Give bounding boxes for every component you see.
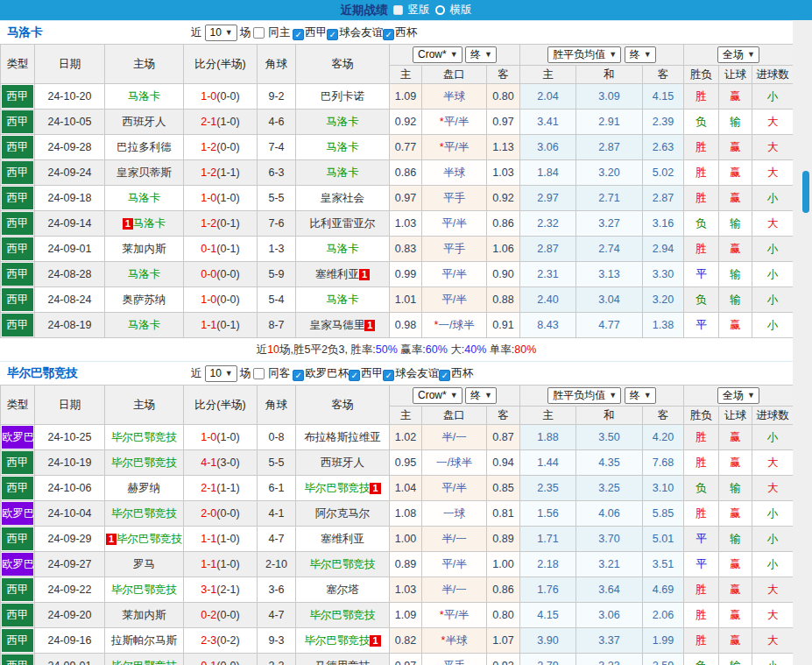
away-team[interactable]: 马洛卡 (296, 110, 390, 135)
home-team-name[interactable]: 皇家贝蒂斯 (117, 166, 172, 179)
home-team[interactable]: 马洛卡 (105, 84, 184, 110)
away-team[interactable]: 塞尔塔 (296, 577, 390, 603)
avg-time-select[interactable]: 终▼ (625, 46, 656, 63)
home-team-name[interactable]: 罗马 (133, 558, 155, 570)
away-team-name[interactable]: 阿尔克马尔 (315, 507, 371, 520)
away-team-name[interactable]: 布拉格斯拉维亚 (304, 431, 381, 443)
away-team-name[interactable]: 皇家社会 (321, 192, 364, 204)
home-team-name[interactable]: 马洛卡 (128, 192, 161, 204)
away-team-name[interactable]: 西班牙人 (321, 456, 364, 469)
avg-select[interactable]: 胜平负均值▼ (547, 46, 621, 63)
avg-select[interactable]: 胜平负均值▼ (547, 387, 621, 404)
away-team-name[interactable]: 皇家马德里 (310, 319, 365, 331)
odds-time-select[interactable]: 终▼ (465, 46, 497, 63)
league-checkbox[interactable]: ✓ (293, 370, 304, 381)
home-team[interactable]: 毕尔巴鄂竞技 (105, 450, 184, 476)
home-team[interactable]: 莱加内斯 (105, 603, 184, 628)
league-checkbox[interactable]: ✓ (349, 370, 360, 381)
away-team-name[interactable]: 塞维利亚 (315, 268, 359, 280)
home-team[interactable]: 巴拉多利德 (105, 135, 184, 160)
away-team[interactable]: 马洛卡 (296, 160, 390, 186)
home-team[interactable]: 奥萨苏纳 (105, 287, 184, 313)
away-team[interactable]: 毕尔巴鄂竞技 (296, 603, 390, 628)
league-checkbox[interactable]: ✓ (383, 370, 394, 381)
league-checkbox[interactable]: ✓ (383, 29, 394, 40)
away-team-name[interactable]: 马洛卡 (326, 166, 359, 179)
match-count-select[interactable]: 10▼ (205, 365, 237, 382)
away-team-name[interactable]: 塞尔塔 (326, 584, 359, 596)
away-team[interactable]: 布拉格斯拉维亚 (296, 425, 390, 450)
home-team[interactable]: 毕尔巴鄂竞技 (105, 425, 184, 450)
away-team-name[interactable]: 毕尔巴鄂竞技 (304, 482, 370, 494)
home-team-name[interactable]: 毕尔巴鄂竞技 (111, 456, 177, 469)
away-team[interactable]: 马洛卡 (296, 287, 390, 313)
away-team[interactable]: 毕尔巴鄂竞技1 (296, 476, 390, 501)
away-team[interactable]: 西班牙人 (296, 450, 390, 476)
away-team-name[interactable]: 马洛卡 (326, 294, 359, 306)
away-team-name[interactable]: 毕尔巴鄂竞技 (304, 634, 370, 647)
away-team[interactable]: 皇家马德里1 (296, 313, 390, 338)
away-team[interactable]: 塞维利亚1 (296, 262, 390, 287)
home-team[interactable]: 皇家贝蒂斯 (105, 160, 184, 186)
home-team-name[interactable]: 毕尔巴鄂竞技 (111, 660, 177, 665)
home-team[interactable]: 毕尔巴鄂竞技 (105, 577, 184, 603)
fulltime-select[interactable]: 全场▼ (717, 46, 759, 63)
vertical-radio[interactable] (393, 5, 403, 15)
fulltime-select[interactable]: 全场▼ (717, 387, 759, 404)
avg-time-select[interactable]: 终▼ (625, 387, 656, 404)
scrollbar-thumb[interactable] (802, 171, 809, 213)
home-team-name[interactable]: 莱加内斯 (123, 609, 166, 621)
home-team[interactable]: 1毕尔巴鄂竞技 (105, 527, 184, 552)
away-team[interactable]: 马德里竞技 (296, 654, 390, 665)
away-team-name[interactable]: 毕尔巴鄂竞技 (310, 558, 376, 570)
home-team-name[interactable]: 毕尔巴鄂竞技 (111, 584, 177, 596)
horizontal-radio[interactable] (435, 5, 445, 15)
home-team[interactable]: 赫罗纳 (105, 476, 184, 501)
home-team[interactable]: 罗马 (105, 552, 184, 577)
away-team[interactable]: 巴列卡诺 (296, 84, 390, 110)
home-team[interactable]: 马洛卡 (105, 262, 184, 287)
away-team-name[interactable]: 马洛卡 (326, 116, 359, 128)
away-team[interactable]: 塞维利亚 (296, 527, 390, 552)
home-team-name[interactable]: 马洛卡 (128, 268, 161, 280)
away-team[interactable]: 马洛卡 (296, 237, 390, 262)
away-team[interactable]: 皇家社会 (296, 186, 390, 211)
home-team-name[interactable]: 莱加内斯 (123, 243, 166, 255)
away-team-name[interactable]: 巴列卡诺 (321, 90, 364, 103)
away-team-name[interactable]: 毕尔巴鄂竞技 (310, 609, 376, 621)
home-team[interactable]: 1马洛卡 (105, 211, 184, 237)
home-team[interactable]: 毕尔巴鄂竞技 (105, 501, 184, 527)
odds-time-select[interactable]: 终▼ (465, 387, 497, 404)
home-team-name[interactable]: 马洛卡 (128, 319, 161, 331)
home-team-name[interactable]: 巴拉多利德 (117, 141, 172, 153)
away-team-name[interactable]: 比利亚雷亚尔 (310, 217, 376, 230)
home-team[interactable]: 马洛卡 (105, 313, 184, 338)
home-team-name[interactable]: 拉斯帕尔马斯 (111, 634, 177, 647)
home-team[interactable]: 毕尔巴鄂竞技 (105, 654, 184, 665)
home-team-name[interactable]: 奥萨苏纳 (123, 294, 166, 306)
away-team[interactable]: 毕尔巴鄂竞技1 (296, 628, 390, 654)
bookmaker-select[interactable]: Crow*▼ (413, 46, 462, 63)
away-team[interactable]: 阿尔克马尔 (296, 501, 390, 527)
same-venue-checkbox[interactable] (253, 27, 265, 39)
away-team-name[interactable]: 塞维利亚 (321, 533, 364, 545)
away-team[interactable]: 毕尔巴鄂竞技 (296, 552, 390, 577)
bookmaker-select[interactable]: Crow*▼ (413, 387, 462, 404)
league-checkbox[interactable]: ✓ (327, 29, 338, 40)
home-team[interactable]: 拉斯帕尔马斯 (105, 628, 184, 654)
league-checkbox[interactable]: ✓ (439, 370, 450, 381)
home-team-name[interactable]: 毕尔巴鄂竞技 (117, 533, 182, 545)
away-team-name[interactable]: 马洛卡 (326, 243, 359, 255)
away-team-name[interactable]: 马洛卡 (326, 141, 359, 153)
home-team-name[interactable]: 赫罗纳 (128, 482, 161, 494)
home-team[interactable]: 马洛卡 (105, 186, 184, 211)
home-team-name[interactable]: 西班牙人 (123, 116, 166, 128)
home-team[interactable]: 西班牙人 (105, 110, 184, 135)
home-team[interactable]: 莱加内斯 (105, 237, 184, 262)
home-team-name[interactable]: 马洛卡 (128, 90, 161, 103)
home-team-name[interactable]: 毕尔巴鄂竞技 (111, 431, 177, 443)
same-venue-checkbox[interactable] (253, 368, 265, 379)
league-checkbox[interactable]: ✓ (293, 29, 304, 40)
away-team-name[interactable]: 马德里竞技 (315, 660, 371, 665)
away-team[interactable]: 比利亚雷亚尔 (296, 211, 390, 237)
